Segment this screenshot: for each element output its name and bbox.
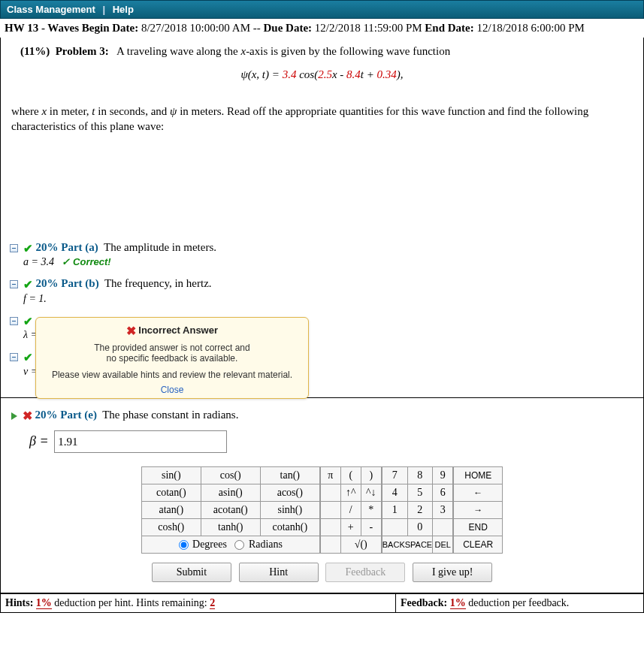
problem-label: Problem 3:: [56, 45, 109, 57]
key-sup[interactable]: ↑^: [340, 484, 361, 502]
problem-weight: (11%): [20, 45, 50, 57]
key-7[interactable]: 7: [382, 467, 407, 484]
key-cos[interactable]: cos(): [201, 467, 260, 484]
key-2[interactable]: 2: [407, 502, 433, 519]
key-mul[interactable]: *: [361, 502, 381, 519]
function-keypad: sin()cos()tan() cotan()asin()acos() atan…: [141, 466, 320, 554]
key-4[interactable]: 4: [382, 484, 407, 502]
formula-cos: cos(: [296, 68, 318, 80]
answer-input[interactable]: [54, 430, 227, 453]
answer-entry-row: β =: [29, 430, 637, 453]
part-b-row: ✔ 20% Part (b) The frequency, in hertz.: [10, 277, 634, 291]
key-3[interactable]: 3: [433, 502, 453, 519]
key-blank[interactable]: [320, 502, 340, 519]
radians-radio[interactable]: Radians: [234, 539, 283, 550]
key-asin[interactable]: asin(): [201, 484, 260, 502]
x-icon: ✖: [23, 409, 32, 422]
popup-title-row: ✖ Incorrect Answer: [41, 324, 304, 338]
key-acos[interactable]: acos(): [260, 484, 319, 502]
correct-badge: ✓ Correct!: [62, 256, 110, 267]
ops-keypad: HOME ← → END CLEAR: [453, 466, 503, 554]
begin-date-value: 8/27/2018 10:00:00 AM: [141, 22, 250, 34]
part-b-label: 20% Part (b): [36, 277, 99, 289]
incorrect-answer-popup: ✖ Incorrect Answer The provided answer i…: [35, 317, 309, 399]
part-b-text: The frequency, in hertz.: [104, 277, 212, 289]
key-blank[interactable]: [433, 519, 453, 536]
key-end[interactable]: END: [454, 519, 503, 536]
part-e-section: ✖ 20% Part (e) The phase constant in rad…: [0, 398, 644, 593]
problem-description: where x in meter, t in seconds, and ψ in…: [11, 104, 633, 134]
begin-date-label: Begin Date:: [82, 22, 138, 34]
end-date-value: 12/18/2018 6:00:00 PM: [477, 22, 585, 34]
key-9[interactable]: 9: [433, 467, 453, 484]
key-blank[interactable]: [320, 484, 340, 502]
expand-icon[interactable]: [11, 412, 17, 420]
key-minus[interactable]: -: [361, 519, 381, 536]
nav-class-management[interactable]: Class Management: [7, 4, 95, 15]
check-icon: ✔: [23, 352, 33, 364]
formula-close: ),: [397, 68, 404, 80]
top-nav-bar: Class Management | Help: [0, 0, 644, 19]
feedback-button[interactable]: Feedback: [325, 563, 405, 582]
key-backspace[interactable]: BACKSPACE: [382, 536, 432, 554]
collapse-icon[interactable]: [10, 244, 18, 252]
key-home[interactable]: HOME: [454, 467, 503, 484]
beta-label: β =: [29, 433, 49, 448]
part-a-text: The amplitude in meters.: [104, 241, 216, 253]
key-clear[interactable]: CLEAR: [454, 536, 503, 554]
degrees-radio[interactable]: Degrees: [179, 539, 227, 550]
popup-close-button[interactable]: Close: [161, 385, 184, 395]
key-cotanh[interactable]: cotanh(): [260, 519, 319, 536]
key-blank[interactable]: [382, 519, 407, 536]
key-0[interactable]: 0: [407, 519, 433, 536]
key-tanh[interactable]: tanh(): [201, 519, 260, 536]
key-sqrt[interactable]: √(): [340, 536, 381, 554]
popup-title: Incorrect Answer: [138, 324, 218, 336]
key-cosh[interactable]: cosh(): [141, 519, 201, 536]
feedback-info: Feedback: 1% deduction per feedback.: [396, 594, 573, 612]
giveup-button[interactable]: I give up!: [413, 563, 492, 582]
hints-label: Hints:: [5, 597, 33, 608]
key-1[interactable]: 1: [382, 502, 407, 519]
end-date-label: End Date:: [425, 22, 473, 34]
key-sinh[interactable]: sinh(): [260, 502, 319, 519]
part-b-answer: f = 1.: [23, 293, 637, 305]
key-6[interactable]: 6: [433, 484, 453, 502]
key-5[interactable]: 5: [407, 484, 433, 502]
hints-pct: 1%: [36, 597, 52, 609]
key-rparen[interactable]: ): [361, 467, 381, 484]
key-8[interactable]: 8: [407, 467, 433, 484]
key-left[interactable]: ←: [454, 484, 503, 502]
key-lparen[interactable]: (: [340, 467, 361, 484]
key-div[interactable]: /: [340, 502, 361, 519]
problem-statement-box: (11%) Problem 3: A traveling wave along …: [0, 38, 644, 398]
due-date-value: 12/2/2018 11:59:00 PM: [315, 22, 422, 34]
key-sin[interactable]: sin(): [141, 467, 201, 484]
angle-mode-row: Degrees Radians: [141, 536, 319, 554]
collapse-icon[interactable]: [10, 280, 18, 288]
key-atan[interactable]: atan(): [141, 502, 201, 519]
hint-button[interactable]: Hint: [239, 563, 319, 582]
key-pi[interactable]: π: [320, 467, 340, 484]
check-icon: ✔: [23, 242, 33, 254]
problem-intro: A traveling wave along the x-axis is giv…: [116, 45, 450, 57]
key-blank[interactable]: [320, 536, 340, 554]
submit-button[interactable]: Submit: [152, 563, 231, 582]
hints-text: deduction per hint. Hints remaining:: [54, 597, 210, 608]
key-del[interactable]: DEL: [433, 536, 453, 554]
popup-line2: no specific feedback is available.: [41, 353, 304, 364]
collapse-icon[interactable]: [10, 317, 18, 325]
collapse-icon[interactable]: [10, 353, 18, 361]
popup-line3: Please view available hints and review t…: [41, 370, 304, 380]
key-tan[interactable]: tan(): [260, 467, 319, 484]
key-sub[interactable]: ^↓: [361, 484, 381, 502]
key-plus[interactable]: +: [340, 519, 361, 536]
formula-amplitude: 3.4: [283, 68, 297, 80]
part-a-value: a = 3.4: [23, 256, 54, 267]
key-cotan[interactable]: cotan(): [141, 484, 201, 502]
key-acotan[interactable]: acotan(): [201, 502, 260, 519]
nav-help[interactable]: Help: [113, 4, 134, 15]
key-right[interactable]: →: [454, 502, 503, 519]
key-blank[interactable]: [320, 519, 340, 536]
formula-x: x -: [332, 68, 346, 80]
